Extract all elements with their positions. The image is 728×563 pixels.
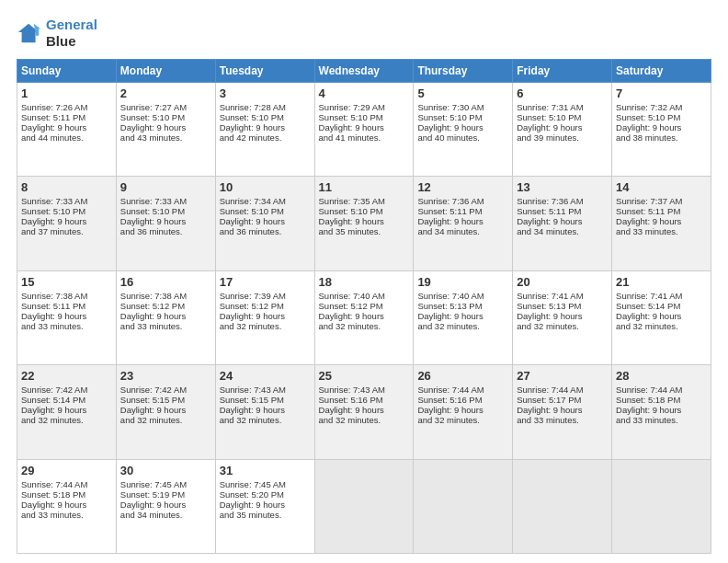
calendar-cell: 17Sunrise: 7:39 AMSunset: 5:12 PMDayligh… xyxy=(215,270,314,364)
calendar-cell: 5Sunrise: 7:30 AMSunset: 5:10 PMDaylight… xyxy=(414,83,513,177)
day-info-line: Sunrise: 7:39 AM xyxy=(220,291,311,301)
day-info-line: and 34 minutes. xyxy=(517,226,608,236)
day-number: 26 xyxy=(417,369,508,383)
calendar-cell: 27Sunrise: 7:44 AMSunset: 5:17 PMDayligh… xyxy=(513,365,612,459)
day-info-line: Daylight: 9 hours xyxy=(120,500,211,510)
day-number: 14 xyxy=(616,180,707,194)
day-number: 22 xyxy=(21,369,112,383)
calendar-cell: 30Sunrise: 7:45 AMSunset: 5:19 PMDayligh… xyxy=(116,459,215,553)
day-info-line: Sunset: 5:11 PM xyxy=(21,112,112,122)
day-info-line: Sunrise: 7:40 AM xyxy=(417,291,508,301)
day-info-line: Sunset: 5:10 PM xyxy=(319,206,410,216)
day-info-line: and 34 minutes. xyxy=(417,226,508,236)
day-info-line: Sunset: 5:11 PM xyxy=(517,206,608,216)
day-info-line: and 41 minutes. xyxy=(319,132,410,143)
day-info-line: Sunrise: 7:35 AM xyxy=(319,196,410,206)
day-info-line: Daylight: 9 hours xyxy=(21,122,112,132)
day-number: 12 xyxy=(417,180,508,194)
day-number: 9 xyxy=(120,180,211,194)
day-info-line: Daylight: 9 hours xyxy=(319,216,410,226)
day-info-line: Daylight: 9 hours xyxy=(417,311,508,321)
calendar-cell: 29Sunrise: 7:44 AMSunset: 5:18 PMDayligh… xyxy=(17,459,117,553)
day-info-line: Sunset: 5:14 PM xyxy=(616,301,707,311)
day-info-line: Sunrise: 7:28 AM xyxy=(220,102,311,112)
day-info-line: and 33 minutes. xyxy=(517,415,608,425)
day-info-line: Sunset: 5:11 PM xyxy=(21,301,112,311)
day-info-line: Daylight: 9 hours xyxy=(319,311,410,321)
day-number: 8 xyxy=(21,180,112,194)
day-info-line: Sunset: 5:12 PM xyxy=(120,301,211,311)
day-info-line: Sunset: 5:14 PM xyxy=(21,395,112,405)
day-info-line: Sunset: 5:10 PM xyxy=(120,112,211,122)
day-info-line: Sunrise: 7:29 AM xyxy=(319,102,410,112)
day-number: 4 xyxy=(319,86,410,100)
calendar-cell: 12Sunrise: 7:36 AMSunset: 5:11 PMDayligh… xyxy=(414,177,513,270)
day-info-line: and 42 minutes. xyxy=(220,132,311,143)
calendar-week-5: 29Sunrise: 7:44 AMSunset: 5:18 PMDayligh… xyxy=(17,459,711,553)
logo-icon xyxy=(17,20,42,46)
day-info-line: and 35 minutes. xyxy=(220,510,311,520)
day-info-line: Daylight: 9 hours xyxy=(21,311,112,321)
day-info-line: Sunset: 5:10 PM xyxy=(220,206,311,216)
day-number: 30 xyxy=(120,464,211,477)
day-number: 3 xyxy=(220,86,311,100)
day-number: 2 xyxy=(120,86,211,100)
day-info-line: Sunrise: 7:45 AM xyxy=(220,479,311,489)
day-info-line: Daylight: 9 hours xyxy=(120,311,211,321)
calendar-week-2: 8Sunrise: 7:33 AMSunset: 5:10 PMDaylight… xyxy=(17,177,711,270)
page-header: General Blue xyxy=(17,17,711,50)
day-info-line: and 32 minutes. xyxy=(417,321,508,331)
weekday-header-wednesday: Wednesday xyxy=(314,60,414,83)
day-info-line: Daylight: 9 hours xyxy=(417,405,508,415)
day-info-line: and 35 minutes. xyxy=(319,226,410,236)
day-number: 23 xyxy=(120,369,211,383)
day-number: 7 xyxy=(616,86,707,100)
day-number: 6 xyxy=(517,86,608,100)
day-info-line: and 32 minutes. xyxy=(220,415,311,425)
day-number: 27 xyxy=(517,369,608,383)
calendar-cell: 14Sunrise: 7:37 AMSunset: 5:11 PMDayligh… xyxy=(612,177,711,270)
day-number: 17 xyxy=(220,275,311,289)
calendar-week-1: 1Sunrise: 7:26 AMSunset: 5:11 PMDaylight… xyxy=(17,83,711,177)
day-number: 21 xyxy=(616,275,707,289)
day-info-line: Sunset: 5:10 PM xyxy=(517,112,608,122)
day-info-line: Sunset: 5:10 PM xyxy=(120,206,211,216)
day-info-line: and 38 minutes. xyxy=(616,132,707,143)
day-info-line: and 39 minutes. xyxy=(517,132,608,143)
day-number: 13 xyxy=(517,180,608,194)
weekday-header-saturday: Saturday xyxy=(612,60,711,83)
day-info-line: Daylight: 9 hours xyxy=(616,216,707,226)
day-info-line: Sunset: 5:17 PM xyxy=(517,395,608,405)
calendar-week-3: 15Sunrise: 7:38 AMSunset: 5:11 PMDayligh… xyxy=(17,270,711,364)
day-number: 29 xyxy=(21,464,112,477)
day-info-line: and 32 minutes. xyxy=(220,321,311,331)
weekday-header-thursday: Thursday xyxy=(414,60,513,83)
day-info-line: Sunrise: 7:37 AM xyxy=(616,196,707,206)
day-info-line: Sunrise: 7:38 AM xyxy=(120,291,211,301)
day-info-line: Sunrise: 7:41 AM xyxy=(517,291,608,301)
day-info-line: Sunset: 5:11 PM xyxy=(616,206,707,216)
calendar-cell: 3Sunrise: 7:28 AMSunset: 5:10 PMDaylight… xyxy=(215,83,314,177)
calendar-cell: 28Sunrise: 7:44 AMSunset: 5:18 PMDayligh… xyxy=(612,365,711,459)
day-info-line: Sunset: 5:19 PM xyxy=(120,489,211,500)
day-info-line: Daylight: 9 hours xyxy=(220,405,311,415)
day-info-line: Daylight: 9 hours xyxy=(220,311,311,321)
calendar-cell xyxy=(513,459,612,553)
day-info-line: and 32 minutes. xyxy=(517,321,608,331)
day-info-line: Sunset: 5:10 PM xyxy=(21,206,112,216)
calendar-cell: 16Sunrise: 7:38 AMSunset: 5:12 PMDayligh… xyxy=(116,270,215,364)
calendar-cell xyxy=(612,459,711,553)
calendar-cell: 13Sunrise: 7:36 AMSunset: 5:11 PMDayligh… xyxy=(513,177,612,270)
day-number: 10 xyxy=(220,180,311,194)
day-number: 20 xyxy=(517,275,608,289)
weekday-header-row: SundayMondayTuesdayWednesdayThursdayFrid… xyxy=(17,60,711,83)
weekday-header-sunday: Sunday xyxy=(17,60,117,83)
day-info-line: and 34 minutes. xyxy=(120,510,211,520)
calendar-cell: 4Sunrise: 7:29 AMSunset: 5:10 PMDaylight… xyxy=(314,83,414,177)
calendar-cell: 31Sunrise: 7:45 AMSunset: 5:20 PMDayligh… xyxy=(215,459,314,553)
day-info-line: and 32 minutes. xyxy=(21,415,112,425)
day-info-line: Daylight: 9 hours xyxy=(417,122,508,132)
day-info-line: Sunset: 5:18 PM xyxy=(616,395,707,405)
day-info-line: and 33 minutes. xyxy=(21,510,112,520)
day-info-line: Daylight: 9 hours xyxy=(220,216,311,226)
